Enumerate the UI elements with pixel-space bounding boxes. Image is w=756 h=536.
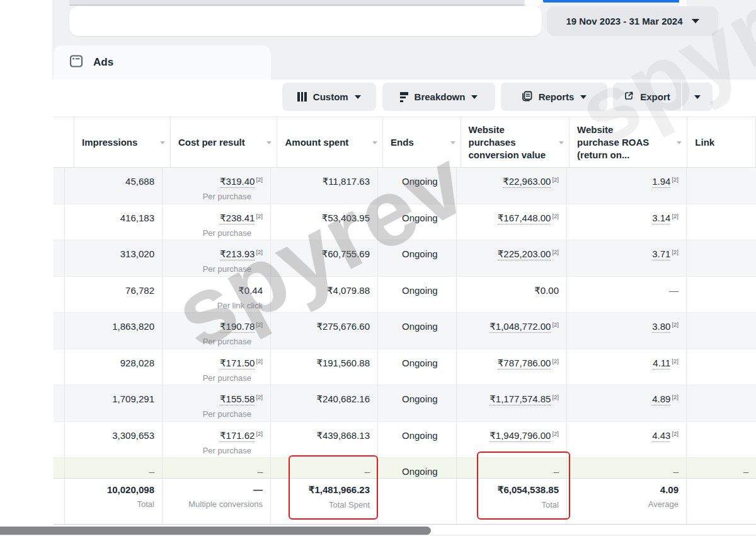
cell-link <box>687 277 756 313</box>
export-icon <box>624 91 634 103</box>
header-link[interactable]: Link <box>687 117 756 167</box>
tab-ads-label: Ads <box>93 56 113 69</box>
cell-impressions: 1,709,291 <box>65 385 163 421</box>
cell-cost-per-result: ₹155.58[2]Per purchase <box>163 385 271 421</box>
reports-icon <box>522 91 532 103</box>
cell-impressions: 45,688 <box>65 168 163 204</box>
sort-caret-icon[interactable] <box>450 141 455 144</box>
cell-link <box>687 204 756 240</box>
total-ends <box>378 479 457 524</box>
cell-roas: 3.14[2] <box>567 204 687 240</box>
cell-link <box>687 313 756 349</box>
cell-impressions: 76,782 <box>65 277 163 313</box>
cell-amount-spent: ₹60,755.69 <box>271 240 378 276</box>
sort-caret-icon[interactable] <box>266 141 272 144</box>
table-row[interactable]: 3,309,653 ₹171.62[2]Per purchase ₹439,86… <box>54 422 756 458</box>
clipped-row-wrapper: – – – Ongoing – – – <box>54 458 756 478</box>
chevron-down-icon <box>692 19 699 23</box>
header-conversion-value[interactable]: Websitepurchasesconversion value <box>461 117 570 167</box>
table-header-row: Impressions Cost per result Amount spent… <box>54 117 756 168</box>
table-row[interactable]: 76,782 ₹0.44Per link click ₹4,079.88 Ong… <box>54 277 756 313</box>
cell-amount-spent: ₹4,079.88 <box>271 277 378 313</box>
cell-impressions: 1,863,820 <box>65 313 163 349</box>
search-input[interactable] <box>69 6 542 36</box>
sort-caret-icon[interactable] <box>559 141 564 144</box>
top-chrome-panel: 19 Nov 2023 - 31 Mar 2024 Ads <box>52 0 756 79</box>
sort-caret-icon[interactable] <box>160 141 165 144</box>
cell-amount-spent: ₹275,676.60 <box>271 313 378 349</box>
header-cost-per-result[interactable]: Cost per result <box>171 117 278 167</box>
table-row[interactable]: 45,688 ₹319.40[2]Per purchase ₹11,817.63… <box>54 168 756 204</box>
cell-cost-per-result: ₹238.41[2]Per purchase <box>163 204 271 240</box>
columns-icon <box>297 92 307 102</box>
cell-conversion-value: ₹225,203.00[2] <box>457 240 567 276</box>
cell-ends: Ongoing <box>378 385 457 421</box>
header-amount-spent[interactable]: Amount spent <box>277 117 383 167</box>
cell-link <box>687 240 756 276</box>
header-impressions[interactable]: Impressions <box>74 117 171 167</box>
sort-caret-icon[interactable] <box>677 141 682 144</box>
cell-amount-spent: ₹191,560.88 <box>271 349 378 385</box>
cell-ends: Ongoing <box>378 422 457 458</box>
cell-roas: 4.11[2] <box>567 349 687 385</box>
cell-link <box>687 422 756 458</box>
total-amount-spent: ₹1,481,966.23Total Spent <box>271 479 378 524</box>
cell-cost-per-result: ₹190.78[2]Per purchase <box>163 313 271 349</box>
cell-impressions: 313,020 <box>65 240 163 276</box>
table-row[interactable]: 1,709,291 ₹155.58[2]Per purchase ₹240,68… <box>54 385 756 422</box>
reports-button-label: Reports <box>539 91 575 102</box>
sort-caret-icon[interactable] <box>372 141 377 144</box>
cell-conversion-value: ₹22,963.00[2] <box>457 168 567 204</box>
cell-impressions: – <box>65 458 163 478</box>
tab-ads[interactable]: Ads <box>54 45 271 79</box>
cell-roas: 3.80[2] <box>567 313 687 349</box>
cropped-gap <box>525 0 542 6</box>
cell-impressions: 3,309,653 <box>65 422 163 458</box>
cell-ends: Ongoing <box>378 277 457 313</box>
export-options-button[interactable] <box>682 83 713 111</box>
cell-cost-per-result: ₹319.40[2]Per purchase <box>163 168 271 204</box>
cell-cost-per-result: ₹213.93[2]Per purchase <box>163 240 271 276</box>
cell-roas: 1.94[2] <box>567 168 687 204</box>
header-purchase-roas[interactable]: Websitepurchase ROAS(return on... <box>570 117 687 167</box>
cell-cost-per-result: ₹0.44Per link click <box>163 277 271 313</box>
cell-amount-spent: ₹53,403.95 <box>271 204 378 240</box>
cell-impressions: 928,028 <box>65 349 163 385</box>
cell-roas: 4.43[2] <box>567 422 687 458</box>
table-row[interactable]: 928,028 ₹171.50[2]Per purchase ₹191,560.… <box>54 349 756 386</box>
breakdown-button[interactable]: Breakdown <box>382 83 495 111</box>
cell-ends: Ongoing <box>378 168 457 204</box>
cropped-gap <box>679 0 687 6</box>
breakdown-button-label: Breakdown <box>415 91 466 102</box>
reports-button[interactable]: Reports <box>501 83 607 111</box>
cell-conversion-value: ₹787,786.00[2] <box>457 349 567 385</box>
total-roas: 4.09Average <box>567 479 687 524</box>
cell-ends: Ongoing <box>378 313 457 349</box>
cell-amount-spent: ₹439,868.13 <box>271 422 378 458</box>
bottom-divider <box>0 535 756 535</box>
cell-conversion-value: ₹1,048,772.00[2] <box>457 313 567 349</box>
ads-manager-screen: 19 Nov 2023 - 31 Mar 2024 Ads Custom Bre… <box>0 0 756 536</box>
cell-link <box>687 168 756 204</box>
date-range-picker[interactable]: 19 Nov 2023 - 31 Mar 2024 <box>547 6 718 36</box>
export-button[interactable]: Export <box>613 83 681 111</box>
cell-roas: – <box>567 458 687 478</box>
cell-cost-per-result: – <box>163 458 271 478</box>
custom-columns-button[interactable]: Custom <box>282 83 376 111</box>
chevron-down-icon <box>355 95 361 99</box>
table-row[interactable]: 313,020 ₹213.93[2]Per purchase ₹60,755.6… <box>54 240 756 277</box>
horizontal-scrollbar[interactable] <box>0 527 431 535</box>
total-link <box>687 479 756 524</box>
table-row[interactable]: 416,183 ₹238.41[2]Per purchase ₹53,403.9… <box>54 204 756 241</box>
table-row[interactable]: 1,863,820 ₹190.78[2]Per purchase ₹275,67… <box>54 313 756 349</box>
cell-conversion-value: ₹0.00 <box>457 277 567 313</box>
cell-conversion-value: – <box>457 458 567 478</box>
header-ends[interactable]: Ends <box>383 117 461 167</box>
cell-conversion-value: ₹167,448.00[2] <box>457 204 567 240</box>
ads-window-icon <box>69 54 84 71</box>
cell-link: – <box>687 458 756 478</box>
cell-ends: Ongoing <box>378 204 457 240</box>
chevron-down-icon <box>580 95 587 99</box>
total-impressions: 10,020,098Total <box>65 479 163 524</box>
table-row[interactable]: – – – Ongoing – – – <box>54 458 756 478</box>
